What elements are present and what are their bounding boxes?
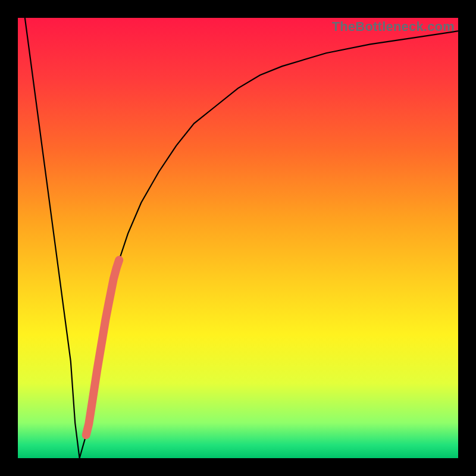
bottleneck-curve bbox=[18, 18, 458, 458]
chart-frame: TheBottleneck.com bbox=[0, 0, 476, 476]
plot-area: TheBottleneck.com bbox=[18, 18, 458, 458]
highlighted-segment bbox=[86, 260, 120, 435]
curve-overlay bbox=[18, 18, 458, 458]
